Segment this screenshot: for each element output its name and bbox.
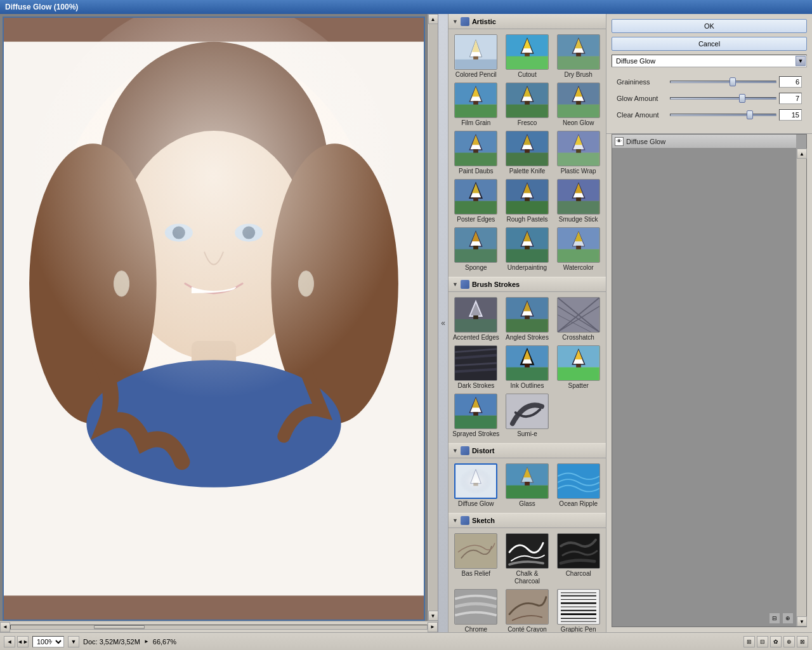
filter-cutout[interactable]: Cutout [504, 34, 551, 79]
zoom-select[interactable]: 100% 50% 200% [32, 636, 64, 647]
arrow-icon[interactable]: ► [144, 639, 149, 644]
filter-panel-scroll[interactable]: ▼ Artistic Colored Pencil Cutout [449, 14, 606, 632]
svg-rect-95 [506, 319, 548, 332]
thumb-ocean-ripple [557, 463, 600, 499]
glow-amount-thumb[interactable] [739, 94, 745, 103]
bas-relief-label: Bas Relief [462, 570, 491, 578]
glow-amount-value[interactable]: 7 [779, 93, 802, 104]
filter-glass[interactable]: Glass [504, 463, 551, 508]
filter-fresco[interactable]: Fresco [504, 83, 551, 127]
status-right-icon-1[interactable]: ⊞ [743, 636, 755, 647]
filter-chalk-charcoal[interactable]: Chalk & Charcoal [504, 533, 551, 585]
clear-amount-track[interactable] [670, 114, 776, 116]
category-distort-header[interactable]: ▼ Distort [449, 443, 606, 458]
filter-sponge[interactable]: Sponge [452, 227, 500, 272]
status-right-icon-2[interactable]: ⊟ [757, 636, 768, 647]
filter-diffuse-glow[interactable]: Diffuse Glow [452, 463, 500, 508]
clear-amount-value[interactable]: 15 [779, 109, 802, 121]
filter-bas-relief[interactable]: Bas Relief [452, 533, 500, 585]
brush-strokes-filter-grid: Accented Edges Angled Strokes Crosshatch [449, 292, 606, 443]
panel-collapse-button[interactable]: « [438, 14, 448, 632]
filter-sprayed-strokes[interactable]: Sprayed Strokes [452, 394, 500, 438]
filter-neon-glow[interactable]: Neon Glow [554, 83, 602, 127]
graininess-thumb[interactable] [730, 77, 736, 86]
canvas-area: ▲ ▼ ◄ ► [0, 14, 438, 632]
filter-chrome[interactable]: Chrome [452, 589, 500, 632]
glow-amount-row: Glow Amount 7 [617, 90, 802, 107]
canvas-bottom-bar: ◄ ► [0, 621, 438, 632]
preview-icon-1[interactable]: ⊟ [769, 613, 780, 624]
category-brush-strokes-header[interactable]: ▼ Brush Strokes [449, 277, 606, 292]
graininess-value[interactable]: 6 [779, 76, 802, 88]
filter-crosshatch[interactable]: Crosshatch [554, 297, 602, 342]
status-expand-icon[interactable]: ◄► [17, 636, 29, 647]
preview-scroll-up[interactable]: ▲ [797, 149, 807, 159]
spatter-label: Spatter [568, 382, 589, 390]
cancel-button[interactable]: Cancel [612, 37, 807, 51]
filter-spatter[interactable]: Spatter [554, 345, 602, 390]
filter-dark-strokes[interactable]: Dark Strokes [452, 345, 500, 390]
preview-visibility-toggle[interactable]: 👁 [615, 137, 624, 146]
category-sketch-header[interactable]: ▼ Sketch [449, 513, 606, 528]
svg-rect-74 [576, 197, 581, 201]
ocean-ripple-label: Ocean Ripple [559, 500, 598, 508]
svg-rect-34 [473, 101, 478, 105]
cutout-label: Cutout [518, 71, 536, 79]
canvas-scroll-up-btn[interactable]: ▲ [428, 14, 438, 24]
filter-colored-pencil[interactable]: Colored Pencil [452, 34, 500, 79]
preview-icon-2[interactable]: ⊕ [782, 613, 794, 624]
accented-edges-label: Accented Edges [453, 334, 499, 342]
filter-ink-outlines[interactable]: Ink Outlines [504, 345, 551, 390]
thumb-paint-daubs [454, 131, 497, 166]
thumb-diffuse-glow [454, 463, 497, 499]
filter-ocean-ripple[interactable]: Ocean Ripple [554, 463, 602, 508]
graphic-pen-label: Graphic Pen [561, 626, 596, 632]
filter-palette-knife[interactable]: Palette Knife [504, 131, 551, 175]
status-arrow-icon[interactable]: ◄ [4, 636, 15, 647]
clear-amount-thumb[interactable] [747, 110, 753, 119]
svg-rect-26 [558, 56, 599, 69]
thumb-smudge-stick [557, 179, 600, 215]
filter-select[interactable]: Diffuse Glow Glass Ocean Ripple [612, 55, 807, 67]
canvas-hscroll-track[interactable] [10, 625, 428, 630]
doc-info: Doc: 3,52M/3,52M [83, 638, 140, 646]
thumb-accented-edges [454, 297, 497, 333]
svg-rect-69 [525, 197, 530, 201]
filter-film-grain[interactable]: Film Grain [452, 83, 500, 127]
filter-conte-crayon[interactable]: Conté Crayon [504, 589, 551, 632]
canvas-scroll-left-btn[interactable]: ◄ [0, 622, 10, 632]
glow-amount-track[interactable] [670, 97, 776, 100]
filter-paint-daubs[interactable]: Paint Daubs [452, 131, 500, 175]
svg-rect-119 [576, 364, 581, 368]
svg-rect-79 [473, 246, 478, 249]
ok-button[interactable]: OK [612, 19, 807, 33]
filter-smudge-stick[interactable]: Smudge Stick [554, 179, 602, 223]
category-artistic-header[interactable]: ▼ Artistic [449, 14, 606, 29]
filter-watercolor[interactable]: Watercolor [554, 227, 602, 272]
canvas-scroll-right-btn[interactable]: ► [428, 622, 438, 632]
canvas-vscroll-track[interactable] [429, 24, 438, 611]
status-right-icon-4[interactable]: ⊕ [783, 636, 795, 647]
svg-rect-71 [558, 201, 599, 214]
graininess-track[interactable] [670, 81, 776, 83]
thumb-glass [506, 463, 549, 499]
thumb-bas-relief [454, 533, 497, 569]
filter-rough-pastels[interactable]: Rough Pastels [504, 179, 551, 223]
filter-graphic-pen[interactable]: Graphic Pen [554, 589, 602, 632]
filter-dry-brush[interactable]: Dry Brush [554, 34, 602, 79]
filter-accented-edges[interactable]: Accented Edges [452, 297, 500, 342]
preview-scroll-down[interactable]: ▼ [797, 616, 807, 627]
filter-sumi-e[interactable]: Sumi-e [504, 394, 551, 438]
filter-poster-edges[interactable]: Poster Edges [452, 179, 500, 223]
preview-scroll-track[interactable] [797, 159, 806, 616]
status-right-icon-3[interactable]: ✿ [770, 636, 782, 647]
canvas-hscroll-thumb[interactable] [94, 625, 145, 629]
filter-underpainting[interactable]: Underpainting [504, 227, 551, 272]
canvas-scroll-down-btn[interactable]: ▼ [428, 611, 438, 621]
status-right-icon-5[interactable]: ⊠ [797, 636, 808, 647]
filter-angled-strokes[interactable]: Angled Strokes [504, 297, 551, 342]
filter-plastic-wrap[interactable]: Plastic Wrap [554, 131, 602, 175]
filter-charcoal[interactable]: Charcoal [554, 533, 602, 585]
svg-rect-111 [506, 368, 548, 380]
zoom-dropdown-btn[interactable]: ▼ [68, 636, 79, 647]
